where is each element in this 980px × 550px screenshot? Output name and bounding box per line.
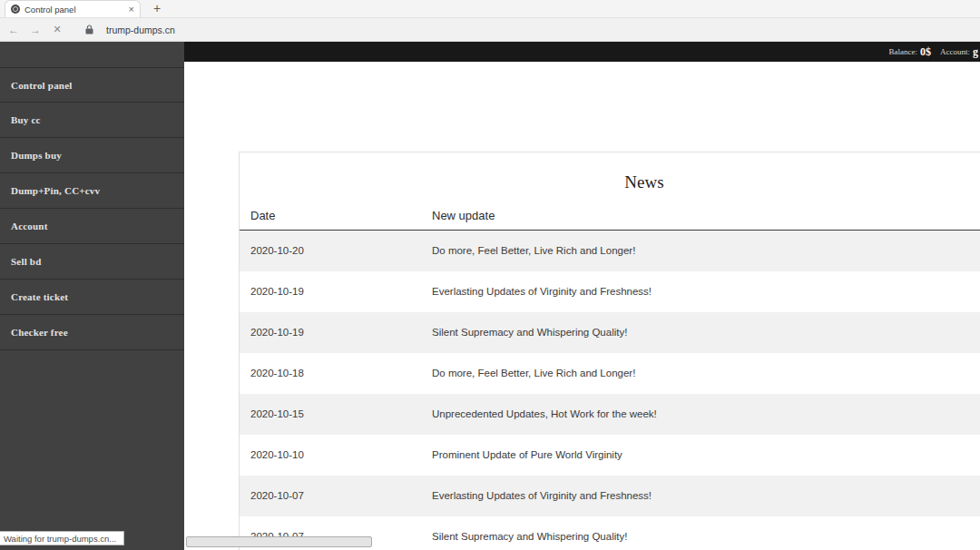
news-row: 2020-10-07 Everlasting Updates of Virgin… [240,476,980,516]
tab-title: Control panel [24,5,124,15]
sidebar-item-label: Account [11,221,48,231]
news-date: 2020-10-18 [240,353,421,394]
news-date: 2020-10-10 [240,435,421,476]
sidebar-item-label: Checker free [11,327,68,338]
news-date: 2020-10-15 [240,394,421,435]
sidebar-item-label: Create ticket [11,291,68,302]
main-content: News Date New update 2020-10-20 Do more,… [184,62,980,550]
sidebar-item[interactable]: Control panel [0,67,184,103]
sidebar-item-label: Buy cc [11,114,41,125]
news-update: Do more, Feel Better, Live Rich and Long… [421,353,980,394]
tab-close-icon[interactable]: × [129,5,134,15]
news-date: 2020-10-19 [240,312,421,353]
news-update: Silent Supremacy and Whispering Quality! [421,516,980,550]
news-update: Everlasting Updates of Virginity and Fre… [421,271,980,312]
sidebar: Control panel Buy cc Dumps buy Dump+Pin,… [0,42,184,550]
sidebar-item[interactable]: Dumps buy [0,138,184,173]
news-panel: News Date New update 2020-10-20 Do more,… [239,152,980,550]
balance-label: Balance: [889,47,917,56]
news-row: 2020-10-20 Do more, Feel Better, Live Ri… [240,231,980,271]
status-bar: Waiting for trump-dumps.cn... [0,531,124,545]
account-value: g [973,45,978,59]
forward-icon[interactable]: → [29,24,42,36]
sidebar-item[interactable]: Sell bd [0,244,184,280]
news-date: 2020-10-20 [240,231,421,271]
news-header-row: Date New update [240,203,980,231]
column-header-date: Date [240,203,421,231]
horizontal-scrollbar-thumb[interactable] [186,536,372,547]
browser-toolbar: ← → ✕ trump-dumps.cn [0,18,980,42]
account-topbar: Balance: 0$ Account: g [184,42,980,62]
news-title: News [240,152,980,203]
news-table: Date New update 2020-10-20 Do more, Feel… [240,203,980,550]
account-label: Account: [940,47,970,56]
sidebar-item[interactable]: Checker free [0,315,184,350]
page: Control panel × + ← → ✕ trump-dumps.cn C… [0,0,980,550]
news-update: Everlasting Updates of Virginity and Fre… [421,476,980,516]
sidebar-item-label: Sell bd [11,256,42,267]
status-text: Waiting for trump-dumps.cn... [4,534,116,544]
back-icon[interactable]: ← [7,24,20,36]
browser-tab-strip: Control panel × + [0,0,980,18]
balance-value: 0$ [920,45,931,59]
news-row: 2020-10-19 Silent Supremacy and Whisperi… [240,312,980,353]
new-tab-button[interactable]: + [153,1,161,17]
sidebar-item[interactable]: Create ticket [0,280,184,315]
news-row: 2020-10-10 Prominent Update of Pure Worl… [240,435,980,476]
site-favicon-icon [11,5,20,14]
news-date: 2020-10-19 [240,271,421,312]
column-header-update: New update [421,203,980,231]
news-row: 2020-10-19 Everlasting Updates of Virgin… [240,271,980,312]
sidebar-item-label: Dump+Pin, CC+cvv [11,185,100,196]
sidebar-item[interactable]: Dump+Pin, CC+cvv [0,173,184,209]
news-update: Silent Supremacy and Whispering Quality! [421,312,980,353]
lock-icon [85,22,93,38]
stop-icon[interactable]: ✕ [51,24,64,35]
news-row: 2020-10-15 Unprecedented Updates, Hot Wo… [240,394,980,435]
news-update: Unprecedented Updates, Hot Work for the … [421,394,980,435]
news-update: Do more, Feel Better, Live Rich and Long… [421,231,980,271]
sidebar-item[interactable]: Buy cc [0,103,184,138]
news-row: 2020-10-18 Do more, Feel Better, Live Ri… [240,353,980,394]
url-text[interactable]: trump-dumps.cn [106,25,175,35]
sidebar-item-label: Dumps buy [11,150,62,161]
browser-tab[interactable]: Control panel × [5,0,141,17]
sidebar-item[interactable]: Account [0,209,184,244]
sidebar-item-label: Control panel [11,80,73,91]
news-date: 2020-10-07 [240,476,421,516]
news-update: Prominent Update of Pure World Virginity [421,435,980,476]
